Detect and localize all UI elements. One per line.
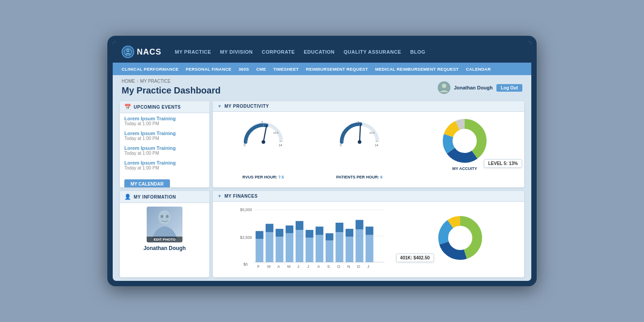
subnav-personal-finance[interactable]: PERSONAL FINANCE bbox=[186, 67, 231, 72]
finance-donut-area: 401K: $402.50 bbox=[401, 204, 520, 271]
event-time-1: Today at 1:00 PM bbox=[124, 121, 205, 126]
svg-text:F: F bbox=[257, 264, 259, 269]
subnav-cme[interactable]: CME bbox=[256, 67, 266, 72]
subnav-medical-reimbursement[interactable]: MEDICAL REIMBURSEMENT REQUEST bbox=[375, 67, 459, 72]
breadcrumb-current: MY PRACTICE bbox=[140, 79, 170, 84]
svg-rect-52 bbox=[316, 227, 323, 235]
svg-point-79 bbox=[450, 228, 470, 248]
svg-rect-51 bbox=[316, 235, 323, 262]
svg-point-29 bbox=[455, 131, 475, 151]
logo-icon bbox=[122, 46, 134, 58]
upcoming-events-panel: 📅 UPCOMING EVENTS Lorem Ipsum Training T… bbox=[120, 101, 209, 187]
sub-nav: CLINICAL PERFORMANCE PERSONAL FINANCE 36… bbox=[113, 63, 531, 75]
subnav-timesheet[interactable]: TIMESHEET bbox=[273, 67, 299, 72]
nav-education[interactable]: EDUCATION bbox=[304, 49, 335, 55]
logo: NACS bbox=[122, 46, 161, 58]
gauge-patients: 0 14 7 3.5 10.5 PATIENTS PER HOUR: 6 bbox=[314, 116, 405, 179]
svg-text:A: A bbox=[317, 264, 320, 269]
user-name: Jonathan Dough bbox=[454, 85, 493, 90]
accuity-donut-svg bbox=[440, 116, 489, 165]
accuity-label: MY ACCUITY bbox=[452, 166, 477, 171]
svg-rect-40 bbox=[256, 231, 263, 239]
accuity-tooltip: LEVEL 5: 13% bbox=[484, 159, 522, 168]
rvus-label: RVUS PER HOUR: 7.5 bbox=[242, 175, 284, 179]
logout-button[interactable]: Log Out bbox=[496, 84, 522, 92]
productivity-panel-title: MY PRODUCTIVITY bbox=[225, 104, 269, 109]
svg-rect-62 bbox=[365, 227, 373, 235]
svg-rect-57 bbox=[346, 237, 353, 262]
svg-rect-49 bbox=[305, 238, 313, 263]
page-header: HOME › MY PRACTICE My Practice Dashboard bbox=[113, 75, 531, 97]
svg-text:$0: $0 bbox=[243, 262, 248, 267]
device-frame: NACS MY PRACTICE MY DIVISION CORPORATE E… bbox=[107, 36, 537, 286]
svg-text:14: 14 bbox=[375, 144, 378, 147]
svg-rect-44 bbox=[275, 229, 283, 237]
subnav-reimbursement[interactable]: REIMBURSEMENT REQUEST bbox=[306, 67, 368, 72]
nav-my-practice[interactable]: MY PRACTICE bbox=[175, 49, 211, 55]
svg-text:M: M bbox=[287, 264, 290, 269]
breadcrumb: HOME › MY PRACTICE bbox=[122, 79, 220, 84]
event-title-3[interactable]: Lorem Ipsum Training bbox=[124, 145, 205, 151]
subnav-clinical-performance[interactable]: CLINICAL PERFORMANCE bbox=[122, 67, 178, 72]
svg-text:7: 7 bbox=[357, 121, 359, 124]
nav-my-division[interactable]: MY DIVISION bbox=[220, 49, 253, 55]
my-information-panel: 👤 MY INFORMATION bbox=[120, 191, 209, 277]
svg-text:3.5: 3.5 bbox=[246, 131, 250, 134]
svg-rect-45 bbox=[286, 233, 293, 263]
info-panel-title: MY INFORMATION bbox=[134, 195, 176, 199]
svg-rect-60 bbox=[356, 220, 363, 229]
svg-rect-42 bbox=[266, 224, 273, 232]
svg-line-8 bbox=[263, 126, 267, 142]
svg-text:D: D bbox=[357, 264, 360, 269]
nav-quality-assurance[interactable]: QUALITY ASSURANCE bbox=[343, 49, 401, 55]
triangle-icon: ▼ bbox=[217, 104, 222, 109]
subnav-calendar[interactable]: CALENDAR bbox=[466, 67, 491, 72]
svg-rect-50 bbox=[305, 230, 313, 237]
profile-silhouette bbox=[151, 208, 178, 241]
my-calendar-button[interactable]: MY CALENDAR bbox=[124, 179, 170, 187]
nav-blog[interactable]: BLOG bbox=[410, 49, 425, 55]
svg-text:N: N bbox=[347, 264, 350, 269]
event-time-2: Today at 1:00 PM bbox=[124, 136, 205, 141]
list-item: Lorem Ipsum Training Today at 1:00 PM bbox=[124, 131, 205, 141]
event-time-4: Today at 1:00 PM bbox=[124, 165, 205, 170]
list-item: Lorem Ipsum Training Today at 1:00 PM bbox=[124, 145, 205, 156]
svg-point-31 bbox=[161, 215, 163, 218]
productivity-panel-header: ▼ MY PRODUCTIVITY bbox=[213, 101, 524, 112]
gauge-patients-svg: 0 14 7 3.5 10.5 bbox=[337, 116, 382, 148]
event-title-1[interactable]: Lorem Ipsum Training bbox=[124, 116, 205, 121]
svg-text:10.5: 10.5 bbox=[369, 131, 375, 134]
info-content: EDIT PHOTO Jonathan Dough bbox=[120, 203, 209, 255]
event-title-4[interactable]: Lorem Ipsum Training bbox=[124, 160, 205, 165]
svg-text:S: S bbox=[327, 264, 330, 269]
finance-donut-svg bbox=[436, 213, 485, 263]
info-panel-header: 👤 MY INFORMATION bbox=[120, 191, 209, 203]
finances-panel: ▼ MY FINANCES $5,000 $2,500 $0 bbox=[213, 191, 524, 277]
gauge-rvus-svg: 0 14 7 3.5 10.5 bbox=[241, 116, 286, 148]
event-title-2[interactable]: Lorem Ipsum Training bbox=[124, 131, 205, 136]
event-time-3: Today at 1:00 PM bbox=[124, 151, 205, 156]
breadcrumb-home[interactable]: HOME bbox=[122, 79, 135, 84]
svg-text:14: 14 bbox=[279, 144, 282, 147]
svg-point-3 bbox=[442, 84, 446, 88]
svg-point-1 bbox=[127, 50, 129, 52]
avatar bbox=[438, 81, 450, 94]
header-left: HOME › MY PRACTICE My Practice Dashboard bbox=[122, 79, 220, 96]
svg-rect-43 bbox=[275, 237, 283, 262]
subnav-360s[interactable]: 360S bbox=[239, 67, 249, 72]
nav-corporate[interactable]: CORPORATE bbox=[262, 49, 295, 55]
calendar-icon: 📅 bbox=[124, 104, 131, 110]
svg-text:10.5: 10.5 bbox=[273, 131, 279, 134]
svg-point-30 bbox=[158, 210, 171, 225]
svg-text:J: J bbox=[297, 264, 299, 269]
user-area: Jonathan Dough Log Out bbox=[438, 81, 522, 94]
bar-chart-area: $5,000 $2,500 $0 bbox=[217, 204, 396, 271]
nav-links: MY PRACTICE MY DIVISION CORPORATE EDUCAT… bbox=[175, 49, 522, 55]
svg-rect-58 bbox=[346, 229, 353, 237]
list-item: Lorem Ipsum Training Today at 1:00 PM bbox=[124, 160, 205, 170]
svg-rect-46 bbox=[286, 225, 293, 233]
content: HOME › MY PRACTICE My Practice Dashboard bbox=[113, 75, 531, 281]
logo-text: NACS bbox=[137, 47, 161, 57]
person-icon: 👤 bbox=[124, 194, 131, 200]
profile-photo[interactable]: EDIT PHOTO bbox=[147, 207, 182, 242]
